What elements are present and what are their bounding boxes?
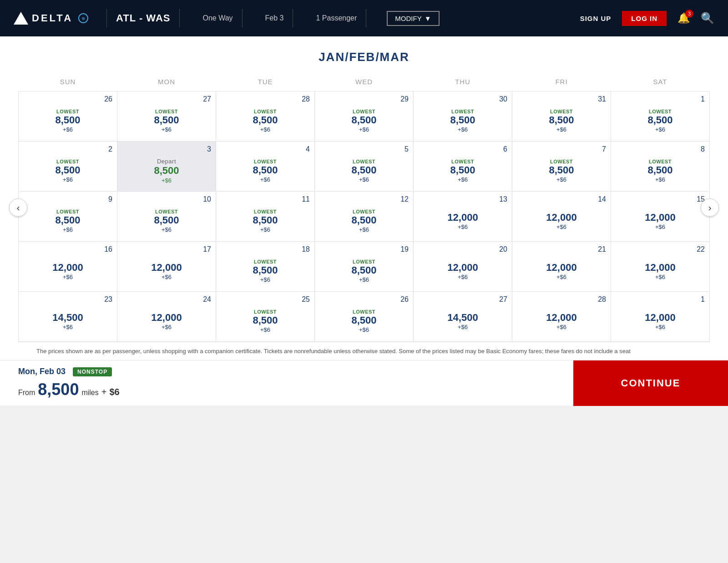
cell-miles: 12,000 (447, 212, 478, 223)
calendar-day-cell[interactable]: 9LOWEST8,500+$6 (19, 192, 117, 242)
col-wed: WED (315, 73, 414, 91)
signup-button[interactable]: SIGN UP (580, 15, 612, 22)
calendar-day-cell[interactable]: 4LOWEST8,500+$6 (216, 142, 315, 192)
header-divider (106, 9, 107, 27)
day-number: 8 (701, 145, 705, 153)
calendar-day-cell[interactable]: 5LOWEST8,500+$6 (315, 142, 414, 192)
cell-miles: 8,500 (55, 164, 80, 176)
cell-miles: 12,000 (52, 262, 83, 274)
continue-button[interactable]: CONTINUE (573, 360, 728, 406)
calendar-day-cell[interactable]: 2212,000+$6 (611, 242, 710, 292)
header-right: SIGN UP LOG IN 🔔 3 🔍 (580, 11, 714, 26)
day-number: 26 (104, 95, 112, 103)
calendar-day-cell[interactable]: 12LOWEST8,500+$6 (315, 192, 414, 242)
calendar-day-cell[interactable]: 18LOWEST8,500+$6 (216, 242, 315, 292)
calendar-day-cell[interactable]: 2112,000+$6 (512, 242, 611, 292)
prev-month-button[interactable]: ‹ (9, 198, 27, 217)
cell-fee: +$6 (655, 126, 665, 133)
cell-miles: 8,500 (351, 114, 376, 126)
calendar-day-cell[interactable]: 2012,000+$6 (414, 242, 512, 292)
nonstop-badge: NONSTOP (73, 367, 112, 376)
calendar-day-cell[interactable]: 26LOWEST8,500+$6 (19, 91, 117, 142)
cell-lowest-label: LOWEST (155, 209, 178, 214)
cell-fee: +$6 (655, 223, 665, 230)
calendar-day-cell[interactable]: 1312,000+$6 (414, 192, 512, 242)
login-button[interactable]: LOG IN (622, 11, 667, 26)
cell-lowest-label: LOWEST (155, 109, 178, 114)
calendar-week-row: 2LOWEST8,500+$63Depart8,500+$64LOWEST8,5… (19, 142, 710, 192)
calendar-day-cell[interactable]: 29LOWEST8,500+$6 (315, 91, 414, 142)
footer-miles: 8,500 (38, 380, 79, 399)
cell-miles: 8,500 (647, 114, 672, 126)
cell-fee: +$6 (63, 274, 73, 280)
cell-fee: +$6 (359, 126, 369, 133)
chevron-down-icon: ▼ (425, 15, 431, 22)
calendar-day-cell[interactable]: 1512,000+$6 (611, 192, 710, 242)
calendar-day-cell[interactable]: 11LOWEST8,500+$6 (216, 192, 315, 242)
cell-lowest-label: LOWEST (56, 209, 79, 214)
calendar-day-cell[interactable]: 26LOWEST8,500+$6 (315, 292, 414, 342)
calendar-day-cell[interactable]: 10LOWEST8,500+$6 (117, 192, 216, 242)
calendar-day-cell[interactable]: 1412,000+$6 (512, 192, 611, 242)
delta-logo[interactable]: DELTA ⊕ (14, 12, 88, 25)
cell-fee: +$6 (63, 126, 73, 133)
cell-fee: +$6 (655, 274, 665, 280)
notification-bell[interactable]: 🔔 3 (677, 12, 690, 24)
cell-content: LOWEST8,500+$6 (221, 250, 310, 292)
day-number: 9 (108, 195, 112, 203)
cell-miles: 8,500 (253, 314, 278, 326)
calendar-day-cell[interactable]: 19LOWEST8,500+$6 (315, 242, 414, 292)
modify-label: MODIFY (395, 15, 421, 22)
calendar-day-cell[interactable]: 1LOWEST8,500+$6 (611, 91, 710, 142)
calendar-week-row: 9LOWEST8,500+$610LOWEST8,500+$611LOWEST8… (19, 192, 710, 242)
cell-fee: +$6 (458, 126, 468, 133)
calendar-day-cell[interactable]: 27LOWEST8,500+$6 (117, 91, 216, 142)
calendar-day-cell[interactable]: 2812,000+$6 (512, 292, 611, 342)
cell-lowest-label: LOWEST (353, 109, 375, 114)
next-month-button[interactable]: › (701, 198, 719, 217)
cell-fee: +$6 (655, 324, 665, 330)
cell-content: 12,000+$6 (418, 250, 507, 292)
calendar-day-cell[interactable]: 1612,000+$6 (19, 242, 117, 292)
cell-content: 12,000+$6 (616, 200, 705, 242)
col-sat: SAT (611, 73, 710, 91)
calendar-day-cell[interactable]: 25LOWEST8,500+$6 (216, 292, 315, 342)
calendar-day-cell[interactable]: 2314,500+$6 (19, 292, 117, 342)
calendar-day-cell[interactable]: 30LOWEST8,500+$6 (414, 91, 512, 142)
cell-content: Depart8,500+$6 (122, 150, 211, 192)
cell-content: LOWEST8,500+$6 (319, 300, 409, 342)
cell-miles: 12,000 (546, 312, 576, 324)
cell-miles: 8,500 (351, 164, 376, 176)
cell-miles: 8,500 (253, 164, 278, 176)
cell-content: LOWEST8,500+$6 (23, 200, 112, 242)
calendar-day-cell[interactable]: 2412,000+$6 (117, 292, 216, 342)
col-sun: SUN (19, 73, 117, 91)
cell-lowest-label: LOWEST (254, 109, 277, 114)
calendar-day-cell[interactable]: 31LOWEST8,500+$6 (512, 91, 611, 142)
calendar-header-row: SUN MON TUE WED THU FRI SAT (19, 73, 710, 91)
calendar-day-cell[interactable]: 6LOWEST8,500+$6 (414, 142, 512, 192)
header-divider-3 (242, 9, 243, 27)
cell-content: LOWEST8,500+$6 (517, 150, 606, 192)
day-number: 7 (602, 145, 606, 153)
modify-button[interactable]: MODIFY ▼ (387, 11, 439, 26)
cell-miles: 12,000 (546, 212, 576, 223)
cell-content: LOWEST8,500+$6 (122, 100, 211, 142)
cell-content: LOWEST8,500+$6 (122, 200, 211, 242)
calendar-day-cell[interactable]: 2714,500+$6 (414, 292, 512, 342)
search-icon[interactable]: 🔍 (701, 12, 714, 25)
calendar-day-cell[interactable]: 7LOWEST8,500+$6 (512, 142, 611, 192)
cell-content: 12,000+$6 (616, 300, 705, 342)
calendar-day-cell[interactable]: 2LOWEST8,500+$6 (19, 142, 117, 192)
header-trip-type: One Way (202, 14, 233, 22)
calendar-day-cell[interactable]: 28LOWEST8,500+$6 (216, 91, 315, 142)
calendar-day-cell[interactable]: 112,000+$6 (611, 292, 710, 342)
main-content: JAN/FEB/MAR ‹ › SUN MON TUE WED THU FRI … (0, 36, 728, 360)
calendar-day-cell[interactable]: 1712,000+$6 (117, 242, 216, 292)
cell-fee: +$6 (556, 324, 566, 330)
day-number: 5 (404, 145, 409, 153)
calendar-day-cell[interactable]: 3Depart8,500+$6 (117, 142, 216, 192)
calendar-day-cell[interactable]: 8LOWEST8,500+$6 (611, 142, 710, 192)
footer-from-label: From (18, 389, 35, 397)
cell-miles: 8,500 (351, 214, 376, 226)
